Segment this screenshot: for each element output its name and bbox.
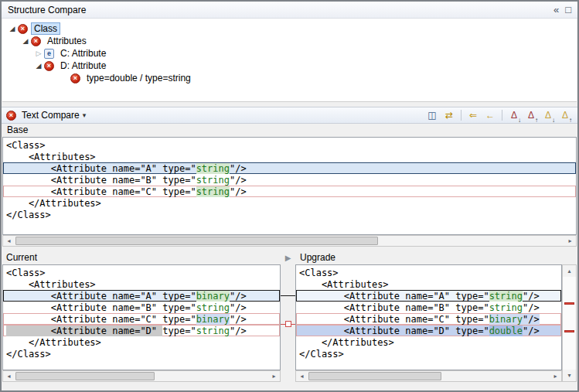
upgrade-horizontal-scrollbar[interactable]: ◂ ▸ bbox=[295, 370, 562, 382]
code-line[interactable]: <Attribute name="A" type="binary"/> bbox=[3, 290, 280, 302]
tree-item-attributes[interactable]: ◢×Attributes bbox=[2, 35, 577, 47]
synchronize-scrolling-icon[interactable]: ◫ bbox=[424, 108, 440, 122]
scrollbar-thumb[interactable] bbox=[15, 237, 378, 245]
tree-item-class[interactable]: ◢×Class bbox=[2, 22, 577, 35]
code-line[interactable]: <Attribute name="A" type="string"/> bbox=[296, 290, 561, 302]
code-line[interactable]: <Attribute name="A" type="string"/> bbox=[3, 162, 576, 174]
upgrade-editor[interactable]: <Class> <Attributes> <Attribute name="A"… bbox=[295, 264, 562, 370]
next-difference-icon-direction-glyph: ↓ bbox=[518, 117, 521, 124]
scrollbar-thumb[interactable] bbox=[15, 372, 155, 380]
copy-current-from-right-to-left-icon[interactable]: ← bbox=[482, 108, 498, 122]
code-segment: "/> bbox=[230, 175, 247, 186]
code-line[interactable]: <Class> bbox=[3, 139, 576, 151]
previous-difference-icon[interactable]: Δ↑ bbox=[523, 108, 539, 122]
diff-icon: × bbox=[18, 24, 28, 34]
copy-all-from-right-to-left-icon[interactable]: ⇐ bbox=[465, 108, 481, 122]
code-line[interactable]: <Attributes> bbox=[3, 151, 576, 162]
code-line[interactable]: <Attribute name="D" type="double"/> bbox=[296, 325, 561, 336]
code-segment: string bbox=[196, 186, 230, 197]
code-segment: "/> bbox=[523, 291, 540, 302]
diff-annotation-mark[interactable] bbox=[564, 302, 574, 305]
tree-item-label[interactable]: Attributes bbox=[44, 35, 90, 47]
text-compare-toolbar: ◫⇄⇐←Δ↓Δ↑Δ↓Δ↑ bbox=[424, 108, 573, 122]
code-line[interactable]: <Attribute name="B" type="string"/> bbox=[296, 302, 561, 313]
code-line[interactable]: <Attributes> bbox=[296, 278, 561, 290]
previous-change-icon[interactable]: Δ↑ bbox=[557, 108, 573, 122]
code-segment: <Attribute name="D" bbox=[6, 326, 162, 336]
code-segment: </Class> bbox=[299, 349, 344, 360]
scroll-down-button[interactable]: ▾ bbox=[563, 370, 576, 381]
code-segment: </Class> bbox=[6, 210, 51, 220]
next-difference-icon[interactable]: Δ↓ bbox=[506, 108, 522, 122]
next-change-icon[interactable]: Δ↓ bbox=[540, 108, 556, 122]
diff-connector-handle[interactable] bbox=[285, 321, 291, 327]
base-editor[interactable]: <Class> <Attributes> <Attribute name="A"… bbox=[2, 137, 577, 235]
scrollbar-track[interactable] bbox=[15, 236, 564, 246]
diff-connector-gutter bbox=[281, 264, 295, 370]
code-line[interactable]: </Class> bbox=[296, 348, 561, 360]
scrollbar-track[interactable] bbox=[15, 371, 268, 381]
code-line[interactable]: </Attributes> bbox=[3, 336, 280, 348]
scroll-left-button[interactable]: ◂ bbox=[296, 371, 308, 381]
scroll-right-button[interactable]: ▸ bbox=[268, 371, 280, 381]
base-horizontal-scrollbar[interactable]: ◂ ▸ bbox=[2, 235, 577, 247]
tree-item-label[interactable]: Class bbox=[31, 22, 60, 35]
code-line[interactable]: <Attribute name="C" type="binary"/> bbox=[296, 313, 561, 325]
code-line[interactable]: <Attribute name="B" type="string"/> bbox=[3, 174, 576, 186]
tree-expander-icon[interactable]: ◢ bbox=[33, 62, 44, 70]
tree-expander-icon[interactable]: ◢ bbox=[20, 37, 31, 45]
diff-annotation-mark[interactable] bbox=[564, 330, 574, 332]
structure-compare-tree[interactable]: ◢×Class◢×Attributes▷eC: Attribute◢×D: At… bbox=[2, 19, 577, 102]
scroll-left-button[interactable]: ◂ bbox=[3, 236, 15, 246]
scrollbar-thumb[interactable] bbox=[308, 372, 441, 380]
maximize-view-icon[interactable]: □ bbox=[565, 5, 571, 15]
text-compare-title: Text Compare bbox=[22, 110, 80, 121]
current-editor[interactable]: <Class> <Attributes> <Attribute name="A"… bbox=[2, 264, 281, 370]
merge-direction-arrow-icon[interactable]: ▶ bbox=[281, 252, 295, 264]
code-segment: </Attributes> bbox=[6, 337, 101, 348]
next-change-icon-direction-glyph: ↓ bbox=[552, 117, 555, 124]
code-line[interactable]: <Attribute name="C" type="binary"/> bbox=[3, 313, 280, 325]
collapse-all-icon[interactable]: « bbox=[553, 5, 559, 15]
vertical-scrollbar[interactable]: ▴ ▾ bbox=[562, 264, 577, 382]
code-segment: <Attributes> bbox=[6, 279, 96, 290]
tree-expander-icon[interactable]: ◢ bbox=[7, 25, 18, 32]
code-line[interactable]: <Attribute name="C" type="string"/> bbox=[3, 186, 576, 197]
scrollbar-track[interactable] bbox=[308, 371, 550, 381]
tree-item-label[interactable]: D: Attribute bbox=[57, 60, 109, 72]
tree-item-c-attribute[interactable]: ▷eC: Attribute bbox=[2, 47, 577, 60]
code-segment: <Attribute name="B" type=" bbox=[6, 175, 196, 186]
tree-item-type-change[interactable]: ×type=double / type=string bbox=[2, 72, 577, 84]
tree-item-label[interactable]: type=double / type=string bbox=[83, 72, 194, 84]
code-segment: string bbox=[196, 163, 230, 174]
code-line[interactable]: <Attributes> bbox=[3, 278, 280, 290]
code-line[interactable]: <Class> bbox=[3, 267, 280, 278]
code-line[interactable]: </Attributes> bbox=[296, 336, 561, 348]
viewer-menu-caret-icon[interactable]: ▾ bbox=[83, 111, 87, 119]
scroll-right-button[interactable]: ▸ bbox=[564, 236, 576, 246]
code-line[interactable]: <Class> bbox=[296, 267, 561, 278]
overview-ruler[interactable] bbox=[563, 277, 576, 370]
base-pane-label: Base bbox=[2, 124, 577, 137]
tree-expander-icon[interactable]: ▷ bbox=[33, 49, 44, 57]
code-line[interactable]: </Class> bbox=[3, 348, 280, 360]
scroll-right-button[interactable]: ▸ bbox=[550, 371, 561, 381]
text-compare-header: × Text Compare ▾ ◫⇄⇐←Δ↓Δ↑Δ↓Δ↑ bbox=[2, 107, 577, 124]
diff-icon: × bbox=[70, 73, 80, 84]
diff-icon: × bbox=[6, 111, 16, 121]
code-line[interactable]: <Attribute name="B" type="string"/> bbox=[3, 302, 280, 313]
code-line[interactable]: </Class> bbox=[3, 209, 576, 220]
code-segment: </Attributes> bbox=[6, 198, 101, 209]
code-line[interactable]: <Attribute name="D" type="string"/> bbox=[3, 325, 280, 336]
scroll-left-button[interactable]: ◂ bbox=[3, 371, 15, 381]
tree-item-label[interactable]: C: Attribute bbox=[57, 47, 109, 60]
current-horizontal-scrollbar[interactable]: ◂ ▸ bbox=[2, 370, 281, 382]
code-line[interactable]: </Attributes> bbox=[3, 197, 576, 209]
swap-left-and-right-icon[interactable]: ⇄ bbox=[441, 108, 457, 122]
eattribute-icon: e bbox=[44, 49, 54, 59]
code-segment: "/> bbox=[230, 163, 247, 174]
code-segment: type=" bbox=[162, 326, 196, 336]
tree-item-d-attribute[interactable]: ◢×D: Attribute bbox=[2, 60, 577, 72]
current-pane-label: Current bbox=[6, 251, 37, 264]
scroll-up-button[interactable]: ▴ bbox=[563, 265, 576, 277]
